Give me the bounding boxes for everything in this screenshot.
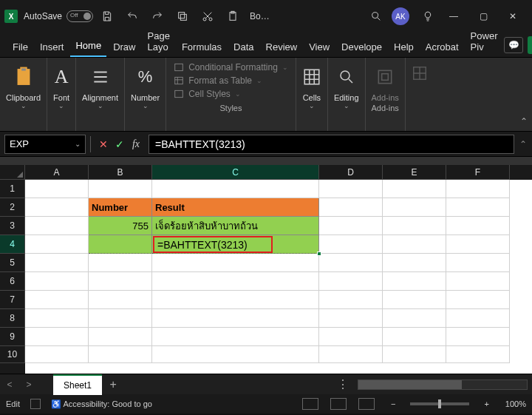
cell[interactable] <box>89 309 152 328</box>
cell[interactable] <box>25 217 89 235</box>
share-button[interactable] <box>528 36 532 54</box>
cell[interactable] <box>446 254 510 272</box>
row-header[interactable]: 2 <box>0 198 25 217</box>
tab-review[interactable]: Review <box>261 37 303 57</box>
cell[interactable] <box>152 272 319 291</box>
group-extra[interactable] <box>406 58 434 131</box>
cell[interactable] <box>319 291 383 309</box>
zoom-level[interactable]: 100% <box>505 399 526 408</box>
sheet-nav-prev[interactable]: < <box>0 379 19 390</box>
redo-icon[interactable] <box>146 5 168 27</box>
group-cells[interactable]: Cells ⌄ <box>296 58 328 131</box>
cell[interactable] <box>152 180 319 198</box>
tab-insert[interactable]: Insert <box>35 37 69 57</box>
cell[interactable] <box>383 254 446 272</box>
tab-file[interactable]: File <box>7 37 33 57</box>
cell[interactable] <box>383 198 446 217</box>
add-sheet-button[interactable]: + <box>102 378 124 391</box>
cell[interactable] <box>446 291 510 309</box>
row-header[interactable]: 4 <box>0 235 25 254</box>
format-as-table-button[interactable]: Format as Table⌄ <box>174 75 262 86</box>
cell[interactable] <box>89 272 152 291</box>
cell[interactable] <box>25 328 89 346</box>
tab-draw[interactable]: Draw <box>108 37 140 57</box>
tab-data[interactable]: Data <box>228 37 259 57</box>
cell[interactable] <box>89 180 152 198</box>
autosave-toggle[interactable]: AutoSave Off <box>24 10 93 22</box>
cell[interactable] <box>152 346 319 363</box>
cell[interactable] <box>152 254 319 272</box>
view-page-break-icon[interactable] <box>358 398 375 410</box>
cell[interactable] <box>383 291 446 309</box>
view-normal-icon[interactable] <box>302 398 318 410</box>
cell[interactable] <box>446 272 510 291</box>
sheet-tab[interactable]: Sheet1 <box>53 374 102 395</box>
tab-page-layout[interactable]: Page Layo <box>143 26 175 57</box>
cell[interactable] <box>319 346 383 363</box>
group-number[interactable]: % Number ⌄ <box>125 58 166 131</box>
cell[interactable] <box>89 346 152 363</box>
search-icon[interactable] <box>365 5 387 27</box>
cell[interactable] <box>319 217 383 235</box>
cell[interactable] <box>319 235 383 254</box>
row-header[interactable]: 3 <box>0 217 25 235</box>
comments-button[interactable]: 💬 <box>504 37 523 53</box>
col-header-B[interactable]: B <box>89 165 152 180</box>
cell[interactable] <box>319 272 383 291</box>
chevron-down-icon[interactable]: ⌄ <box>75 140 81 148</box>
row-header[interactable]: 9 <box>0 328 25 346</box>
tab-help[interactable]: Help <box>389 37 419 57</box>
group-font[interactable]: A Font ⌄ <box>47 58 76 131</box>
view-page-layout-icon[interactable] <box>330 398 347 410</box>
cell-C3[interactable]: เจ็ดร้อยห้าสิบห้าบาทถ้วน <box>152 217 319 235</box>
conditional-formatting-button[interactable]: Conditional Formatting⌄ <box>174 62 288 72</box>
zoom-out-button[interactable]: − <box>391 399 395 408</box>
group-addins[interactable]: Add-ins <box>366 58 405 104</box>
group-editing[interactable]: Editing ⌄ <box>328 58 366 131</box>
cell[interactable] <box>89 254 152 272</box>
copy-icon[interactable] <box>171 5 194 27</box>
undo-icon[interactable] <box>121 5 143 27</box>
formula-input[interactable]: =BAHTTEXT(3213) <box>149 135 514 154</box>
group-clipboard[interactable]: Clipboard ⌄ <box>0 58 47 131</box>
sheet-options-icon[interactable]: ⋮ <box>337 377 350 391</box>
cell-B2[interactable]: Number <box>89 198 152 217</box>
cell[interactable] <box>383 180 446 198</box>
tab-developer[interactable]: Develope <box>336 37 387 57</box>
cell[interactable] <box>446 198 510 217</box>
cell[interactable] <box>152 328 319 346</box>
doc-title[interactable]: Bo… <box>247 5 273 27</box>
tab-powerpivot[interactable]: Power Piv <box>466 26 503 57</box>
scrollbar-thumb[interactable] <box>358 380 462 389</box>
cell[interactable] <box>383 235 446 254</box>
cell[interactable] <box>25 272 89 291</box>
insert-function-button[interactable]: fx <box>128 138 144 150</box>
cell[interactable] <box>446 217 510 235</box>
col-header-E[interactable]: E <box>383 165 446 180</box>
row-header[interactable]: 10 <box>0 346 25 363</box>
cell[interactable] <box>319 254 383 272</box>
lightbulb-icon[interactable] <box>417 5 439 27</box>
cell[interactable] <box>89 291 152 309</box>
fill-handle[interactable] <box>317 252 321 256</box>
user-avatar[interactable]: AK <box>392 7 409 25</box>
col-header-A[interactable]: A <box>25 165 89 180</box>
tab-view[interactable]: View <box>304 37 335 57</box>
col-header-F[interactable]: F <box>446 165 510 180</box>
macro-record-icon[interactable] <box>30 399 41 409</box>
cell-styles-button[interactable]: Cell Styles⌄ <box>174 89 241 99</box>
collapse-ribbon-icon[interactable]: ⌃ <box>520 116 528 126</box>
cell-B3[interactable]: 755 <box>89 217 152 235</box>
maximize-button[interactable]: ▢ <box>468 5 498 27</box>
row-header[interactable]: 8 <box>0 309 25 328</box>
cell[interactable] <box>446 346 510 363</box>
cell[interactable] <box>383 309 446 328</box>
row-header[interactable]: 1 <box>0 180 25 198</box>
cut-icon[interactable] <box>197 5 219 27</box>
close-button[interactable]: ✕ <box>498 5 528 27</box>
save-icon[interactable] <box>96 5 118 27</box>
cell[interactable] <box>446 309 510 328</box>
horizontal-scrollbar[interactable] <box>358 379 528 390</box>
name-box[interactable]: EXP⌄ <box>4 135 86 154</box>
expand-formula-bar-icon[interactable]: ⌃ <box>514 139 532 149</box>
